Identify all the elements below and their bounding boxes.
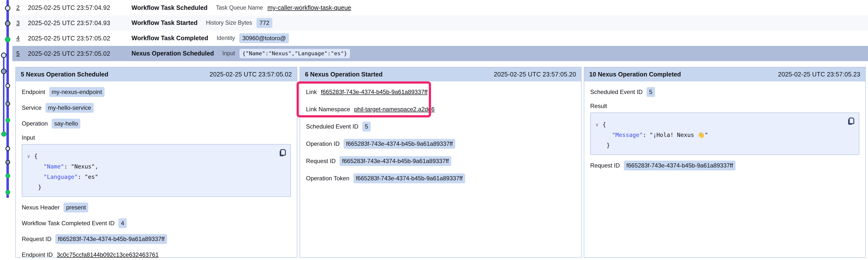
event-timestamp: 2025-02-25 UTC 23:57:04.92	[28, 4, 110, 11]
json-line: ∨{	[594, 119, 855, 130]
detail-field-value-badge: f665283f-743e-4374-b45b-9a61a89337ff	[344, 139, 455, 149]
event-meta-value-badge: 772	[256, 18, 272, 28]
detail-field: Input∨{"Name": "Nexus","Language": "es"}	[22, 134, 291, 197]
timeline-dot	[5, 174, 10, 178]
event-detail-panel: 5 Nexus Operation Scheduled2025-02-25 UT…	[15, 67, 297, 258]
detail-field-value-badge: my-hello-service	[45, 103, 94, 113]
detail-field: Link Namespacephil-target-namespace2.a2d…	[306, 104, 575, 114]
detail-field: Operation Tokenf665283f-743e-4374-b45b-9…	[306, 173, 575, 184]
timeline-dot	[5, 5, 10, 11]
event-history-rows: 22025-02-25 UTC 23:57:04.92Workflow Task…	[12, 0, 868, 61]
detail-field: Operation IDf665283f-743e-4374-b45b-9a61…	[306, 139, 575, 149]
timeline-dot	[1, 132, 6, 137]
event-timestamp: 2025-02-25 UTC 23:57:05.02	[28, 50, 110, 57]
detail-field-value-badge: f665283f-743e-4374-b45b-9a61a89337ff	[340, 156, 451, 166]
panel-body: Endpointmy-nexus-endpointServicemy-hello…	[16, 81, 297, 260]
event-row[interactable]: 32025-02-25 UTC 23:57:04.93Workflow Task…	[12, 15, 868, 31]
timeline-dot	[5, 83, 10, 88]
json-line: "Message": "¡Hola! Nexus 👋"	[594, 130, 855, 140]
panel-header: 5 Nexus Operation Scheduled2025-02-25 UT…	[16, 67, 297, 81]
detail-field-value-badge: 5	[647, 87, 655, 97]
detail-field-label: Operation	[22, 120, 48, 127]
timeline-dot	[5, 37, 10, 42]
chevron-down-icon[interactable]: ∨	[596, 119, 598, 130]
detail-field-label: Link	[306, 88, 317, 96]
event-timestamp: 2025-02-25 UTC 23:57:05.02	[28, 35, 110, 42]
panel-title: 10 Nexus Operation Completed	[589, 71, 681, 78]
detail-field: Scheduled Event ID5	[590, 87, 859, 97]
detail-field-label: Operation ID	[306, 140, 340, 147]
detail-field-label: Request ID	[590, 162, 620, 169]
panel-timestamp: 2025-02-25 UTC 23:57:05.23	[778, 71, 860, 78]
detail-field: Endpointmy-nexus-endpoint	[22, 87, 291, 97]
detail-field-label: Result	[590, 103, 859, 110]
detail-field: Workflow Task Completed Event ID4	[22, 218, 291, 228]
detail-field-link[interactable]: f665283f-743e-4374-b45b-9a61a89337ff	[321, 88, 428, 96]
detail-field-link[interactable]: 3c0c75ccfa8144b092c13ce632463761	[57, 251, 158, 258]
detail-field-value-badge: f665283f-743e-4374-b45b-9a61a89337ff	[353, 174, 465, 184]
detail-field-label: Scheduled Event ID	[590, 88, 643, 96]
detail-field-link[interactable]: phil-target-namespace2.a2dd6	[354, 106, 435, 113]
detail-field: Endpoint ID3c0c75ccfa8144b092c13ce632463…	[22, 250, 291, 260]
detail-field: Request IDf665283f-743e-4374-b45b-9a61a8…	[306, 156, 575, 166]
detail-field-label: Nexus Header	[22, 204, 60, 211]
json-line: "Name": "Nexus",	[26, 161, 286, 172]
event-id-link[interactable]: 4	[16, 35, 20, 42]
panel-header: 6 Nexus Operation Started2025-02-25 UTC …	[300, 67, 581, 81]
detail-field-value-badge: present	[64, 202, 88, 213]
panel-timestamp: 2025-02-25 UTC 23:57:05.02	[210, 71, 292, 78]
panel-timestamp: 2025-02-25 UTC 23:57:05.20	[494, 71, 576, 78]
event-meta-label: Identity	[217, 35, 235, 41]
json-line: "Language": "es"	[26, 172, 286, 182]
event-meta-link[interactable]: my-caller-workflow-task-queue	[268, 4, 351, 11]
timeline-dot	[5, 101, 10, 106]
event-name: Nexus Operation Scheduled	[131, 50, 214, 57]
detail-field-label: Scheduled Event ID	[306, 123, 359, 130]
detail-field: Request IDf665283f-743e-4374-b45b-9a61a8…	[590, 160, 859, 171]
timeline-branch-line	[3, 55, 4, 135]
event-detail-panels: 5 Nexus Operation Scheduled2025-02-25 UT…	[15, 67, 866, 258]
detail-field-value-badge: my-nexus-endpoint	[49, 87, 104, 97]
chevron-down-icon[interactable]: ∨	[27, 151, 30, 161]
timeline-dot	[5, 118, 10, 122]
json-line: }	[26, 182, 286, 192]
timeline-dot	[5, 21, 10, 26]
event-meta-label: Input	[222, 50, 235, 57]
event-id-link[interactable]: 3	[16, 20, 20, 26]
json-line: }	[594, 140, 855, 150]
event-meta-label: Task Queue Name	[216, 4, 263, 11]
detail-field-label: Service	[22, 104, 41, 111]
panel-header: 10 Nexus Operation Completed2025-02-25 U…	[584, 67, 865, 81]
event-row[interactable]: 22025-02-25 UTC 23:57:04.92Workflow Task…	[12, 0, 868, 15]
detail-field-label: Request ID	[22, 235, 52, 243]
detail-field-value-badge: say-hello	[52, 119, 80, 129]
event-name: Workflow Task Completed	[131, 35, 208, 42]
timeline-dot	[1, 52, 6, 58]
panel-title: 5 Nexus Operation Scheduled	[21, 71, 108, 78]
detail-field-label: Endpoint	[22, 88, 45, 96]
event-detail-panel: 10 Nexus Operation Completed2025-02-25 U…	[584, 67, 866, 258]
timeline-dot	[5, 146, 10, 151]
timeline-main-line	[6, 0, 9, 198]
json-line: ∨{	[26, 151, 286, 161]
panel-title: 6 Nexus Operation Started	[305, 71, 382, 78]
panel-body: Scheduled Event ID5Result∨{"Message": "¡…	[584, 81, 865, 257]
detail-field-value-badge: f665283f-743e-4374-b45b-9a61a89337ff	[55, 234, 167, 244]
event-id-link[interactable]: 5	[16, 50, 20, 57]
detail-field-value-badge: f665283f-743e-4374-b45b-9a61a89337ff	[624, 160, 736, 171]
event-id-link[interactable]: 2	[16, 4, 20, 11]
event-name: Workflow Task Started	[131, 19, 197, 26]
detail-field-label: Request ID	[306, 158, 336, 164]
detail-field: Scheduled Event ID5	[306, 121, 575, 132]
event-meta-value-badge: {"Name":"Nexus","Language":"es"}	[240, 49, 350, 58]
event-row[interactable]: 52025-02-25 UTC 23:57:05.02Nexus Operati…	[12, 46, 868, 61]
event-row[interactable]: 42025-02-25 UTC 23:57:05.02Workflow Task…	[12, 31, 868, 46]
panel-body: Linkf665283f-743e-4374-b45b-9a61a89337ff…	[300, 81, 581, 257]
event-detail-panel: 6 Nexus Operation Started2025-02-25 UTC …	[300, 67, 582, 258]
detail-field: Linkf665283f-743e-4374-b45b-9a61a89337ff	[306, 87, 575, 97]
detail-field-value-badge: 4	[118, 218, 127, 228]
detail-field-label: Input	[22, 134, 291, 141]
event-meta-label: History Size Bytes	[206, 20, 252, 26]
detail-field: Servicemy-hello-service	[22, 103, 291, 113]
timeline-dot	[5, 160, 10, 164]
